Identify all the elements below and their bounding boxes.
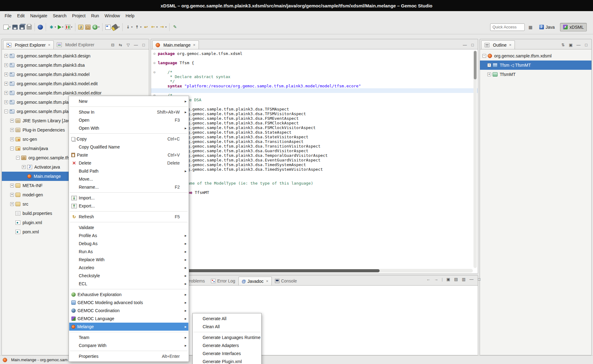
- context-menu-item-build-path[interactable]: Build Path▸: [69, 167, 188, 175]
- refresh-view-icon[interactable]: ▥: [461, 277, 466, 282]
- expand-icon[interactable]: +: [487, 73, 491, 76]
- nav-back-icon[interactable]: ←: [426, 277, 431, 282]
- fold-minus-icon[interactable]: ⊖: [151, 70, 158, 74]
- collapse-icon[interactable]: −: [4, 110, 8, 113]
- maximize-icon[interactable]: □: [141, 43, 146, 47]
- expand-icon[interactable]: +: [10, 137, 14, 141]
- context-menu-item-gemoc-language[interactable]: GEMOC Language▸: [69, 315, 188, 323]
- code-line[interactable]: g.gemoc.sample.tfsm.plaink3.dsa.GuardVis…: [151, 149, 478, 153]
- context-menu-item-melange[interactable]: Melange▸: [69, 323, 188, 331]
- quick-access-input[interactable]: [490, 23, 525, 31]
- vertical-scrollbar[interactable]: [473, 50, 477, 268]
- expand-icon[interactable]: +: [10, 184, 14, 187]
- minimize-icon[interactable]: —: [576, 43, 581, 47]
- tree-item-org-gemoc-sample-tfsm-xdsml[interactable]: −org.gemoc.sample.tfsm.xdsml: [480, 51, 591, 61]
- gemoc-engine-button[interactable]: [37, 23, 44, 32]
- context-menu-item-new[interactable]: New▸: [69, 97, 188, 105]
- code-line[interactable]: g.gemoc.sample.tfsm.plaink3.dsa.FSMClock…: [151, 121, 478, 125]
- submenu-item-generate-adapters[interactable]: Generate Adapters: [193, 341, 261, 349]
- context-menu-item-checkstyle[interactable]: Checkstyle▸: [69, 272, 188, 280]
- tree-item-tfsm-tfsmmt[interactable]: +Tfsm ◁ TfsmMT: [480, 61, 591, 70]
- menubar-search[interactable]: Search: [50, 11, 69, 20]
- maximize-icon[interactable]: □: [470, 43, 475, 47]
- context-menu-item-ecl[interactable]: ECL▸: [69, 280, 188, 288]
- pin-editor-button[interactable]: [171, 23, 179, 32]
- tree-item-tfsmmt[interactable]: +TfsmMT: [480, 70, 591, 79]
- new-java-project-button[interactable]: [77, 23, 84, 32]
- code-line[interactable]: g.gemoc.sample.tfsm.plaink3.dsa.Transiti…: [151, 144, 478, 149]
- code-line[interactable]: [151, 102, 478, 107]
- dropdown-arrow-icon[interactable]: ▾: [98, 26, 99, 28]
- menubar-help[interactable]: Help: [123, 11, 137, 20]
- open-task-button[interactable]: [104, 23, 111, 32]
- expand-icon[interactable]: +: [4, 82, 8, 86]
- scrollbar-thumb[interactable]: [474, 51, 477, 79]
- tab-javadoc[interactable]: @Javadoc×: [238, 277, 272, 285]
- open-perspective-button[interactable]: ▦: [527, 23, 534, 31]
- tree-item-org-gemoc-sample-tfsm-plaink3-dsa[interactable]: +org.gemoc.sample.tfsm.plaink3.dsa: [2, 61, 149, 70]
- expand-icon[interactable]: +: [10, 128, 14, 132]
- context-menu-item-export[interactable]: Export...: [69, 202, 188, 210]
- close-icon[interactable]: ×: [266, 279, 268, 283]
- submenu-item-generate-plugin-xml[interactable]: Generate Plugin.xml: [193, 358, 261, 364]
- menubar-edit[interactable]: Edit: [15, 11, 27, 20]
- context-menu-item-validate[interactable]: Validate: [69, 224, 188, 232]
- prev-annotation-button[interactable]: ▾: [133, 23, 142, 32]
- forward-button[interactable]: ▾: [158, 23, 167, 32]
- dropdown-arrow-icon[interactable]: ▾: [62, 26, 63, 28]
- context-menu-item-team[interactable]: Team▸: [69, 333, 188, 341]
- context-menu-item-debug-as[interactable]: Debug As▸: [69, 240, 188, 248]
- code-line[interactable]: ⊖ /*: [151, 70, 478, 74]
- open-external-icon[interactable]: ▤: [454, 277, 458, 282]
- nav-forward-icon[interactable]: →: [434, 277, 438, 282]
- save-button[interactable]: [11, 23, 19, 32]
- menubar-navigate[interactable]: Navigate: [27, 11, 50, 20]
- code-line[interactable]: [151, 56, 478, 61]
- view-menu-icon[interactable]: ▽: [126, 43, 130, 47]
- close-icon[interactable]: ×: [509, 43, 511, 47]
- perspective-java-button[interactable]: Java: [536, 23, 558, 31]
- code-line[interactable]: g.gemoc.sample.tfsm.plaink3.dsa.FSMEvent…: [151, 116, 478, 121]
- context-menu-item-move[interactable]: Move...: [69, 175, 188, 183]
- minimize-icon[interactable]: —: [134, 43, 138, 47]
- context-menu-item-open[interactable]: OpenF3: [69, 116, 188, 124]
- context-menu-item-refresh[interactable]: RefreshF5: [69, 213, 188, 221]
- context-menu-item-gemoc-modeling-advanced-tools[interactable]: GEMOC Modeling advanced tools▸: [69, 299, 188, 307]
- code-area[interactable]: ⊖package org.gemoc.sample.tfsm.xdsml⊖lan…: [151, 49, 478, 274]
- context-menu-item-run-as[interactable]: Run As▸: [69, 248, 188, 256]
- tab-error-log[interactable]: Error Log: [208, 277, 238, 285]
- code-line[interactable]: g.gemoc.sample.tfsm.plaink3.dsa.TFSMAspe…: [151, 107, 478, 111]
- dropdown-arrow-icon[interactable]: ▾: [165, 26, 166, 28]
- code-line[interactable]: ⊖language Tfsm {: [151, 61, 478, 65]
- context-menu-item-compare-with[interactable]: Compare With▸: [69, 341, 188, 349]
- expand-icon[interactable]: +: [4, 54, 8, 58]
- tab-model-explorer[interactable]: Model Explorer: [54, 40, 97, 49]
- expand-icon[interactable]: +: [4, 73, 8, 76]
- dropdown-arrow-icon[interactable]: ▾: [9, 26, 11, 28]
- save-all-button[interactable]: [19, 23, 26, 32]
- context-menu-item-profile-as[interactable]: Profile As▸: [69, 232, 188, 240]
- code-line[interactable]: [151, 176, 478, 181]
- expand-icon[interactable]: +: [4, 63, 8, 67]
- link-with-editor-icon[interactable]: ⇆: [118, 43, 123, 47]
- expand-icon[interactable]: +: [22, 165, 26, 169]
- code-line[interactable]: [151, 88, 478, 93]
- tree-item-org-gemoc-sample-tfsm-plaink3-model-edit[interactable]: +org.gemoc.sample.tfsm.plaink3.model.edi…: [2, 79, 149, 88]
- code-line[interactable]: * Declare abstract syntax: [151, 74, 478, 79]
- context-menu-item-copy-qualified-name[interactable]: Copy Qualified Name: [69, 143, 188, 151]
- code-line[interactable]: [151, 172, 478, 176]
- dropdown-arrow-icon[interactable]: ▾: [156, 26, 158, 28]
- context-menu-item-import[interactable]: Import...: [69, 194, 188, 202]
- run-button[interactable]: ▾: [57, 23, 64, 32]
- menubar-project[interactable]: Project: [69, 11, 88, 20]
- code-line[interactable]: g.gemoc.sample.tfsm.plaink3.dsa.TFSMVisi…: [151, 111, 478, 116]
- expand-icon[interactable]: +: [4, 100, 8, 104]
- expand-icon[interactable]: +: [4, 91, 8, 95]
- dropdown-arrow-icon[interactable]: ▾: [140, 26, 141, 28]
- code-line[interactable]: ⊖ /*: [151, 93, 478, 98]
- context-menu-item-acceleo[interactable]: Acceleo▸: [69, 264, 188, 272]
- menubar-window[interactable]: Window: [102, 11, 123, 20]
- submenu-item-generate-interfaces[interactable]: Generate Interfaces: [193, 349, 261, 358]
- new-class-button[interactable]: ▾: [91, 23, 100, 32]
- tab-console[interactable]: Console: [272, 277, 300, 285]
